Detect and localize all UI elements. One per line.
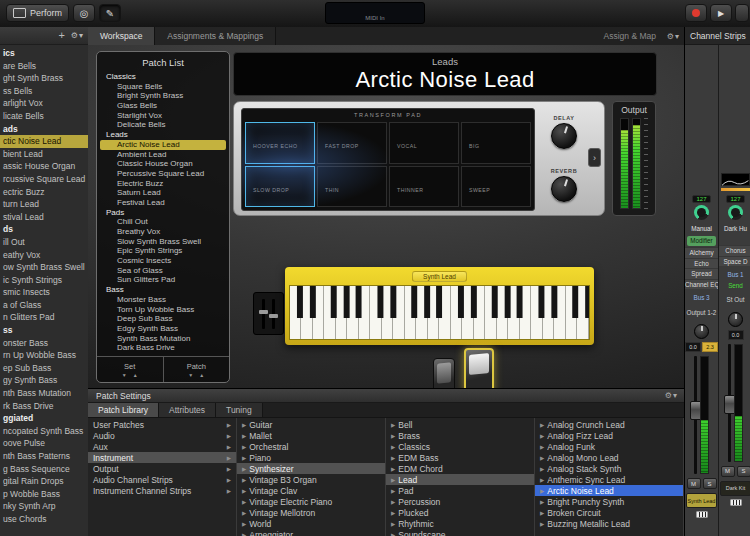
sidebar-patch-item[interactable]: ic Synth Strings — [0, 274, 88, 287]
sidebar-patch-item[interactable]: smic Insects — [0, 286, 88, 299]
tab-assignments-mappings[interactable]: Assignments & Mappings — [155, 27, 276, 45]
strip-row-slot[interactable]: Space D — [719, 256, 750, 267]
record-button[interactable] — [685, 4, 707, 22]
sidebar-patch-item[interactable]: oove Pulse — [0, 437, 88, 450]
library-item[interactable]: Output▶ — [88, 463, 236, 474]
perform-button[interactable]: Perform — [6, 4, 69, 22]
sidebar-patch-item[interactable]: nth Bass Patterns — [0, 450, 88, 463]
sustain-pedal-icon[interactable] — [433, 358, 455, 388]
strip-row-out[interactable]: Output 1-2 — [685, 308, 718, 319]
volume-fader[interactable] — [694, 356, 697, 474]
patch-item[interactable]: Ambient Lead — [100, 150, 226, 160]
transform-pad-cell[interactable]: VOCAL — [389, 122, 459, 164]
strip-row-green[interactable]: Modifier — [687, 236, 715, 247]
solo-button[interactable]: S — [737, 466, 750, 477]
library-item[interactable]: ▶Buzzing Metallic Lead — [535, 518, 683, 529]
sidebar-patch-item[interactable]: use Chords — [0, 513, 88, 526]
library-item[interactable]: Instrument▶ — [88, 452, 236, 463]
sidebar-patch-item[interactable]: are Bells — [0, 60, 88, 73]
library-item[interactable]: Aux▶ — [88, 441, 236, 452]
transform-pad-cell[interactable]: SWEEP — [461, 166, 531, 208]
sidebar-patch-item[interactable]: ss Bells — [0, 85, 88, 98]
sidebar-patch-item[interactable]: gital Rain Drops — [0, 475, 88, 488]
add-patch-button[interactable]: + — [58, 30, 64, 41]
sidebar-patch-item[interactable]: ncopated Synth Bass — [0, 425, 88, 438]
patch-item[interactable]: Torn Up Wobble Bass — [100, 305, 226, 315]
eq-thumbnail[interactable] — [721, 173, 749, 186]
patch-settings-action-menu[interactable]: ⚙▾ — [665, 391, 677, 400]
patch-item[interactable]: Dark Bass Drive — [100, 343, 226, 353]
sidebar-patch-item[interactable]: a of Glass — [0, 299, 88, 312]
assign-map-button[interactable]: Assign & Map — [604, 27, 656, 45]
assign-knob[interactable] — [728, 205, 743, 220]
patch-item[interactable]: Glass Bells — [100, 101, 226, 111]
patch-item[interactable]: Chill Out — [100, 217, 226, 227]
strip-row-bus[interactable]: Bus 1 — [719, 270, 750, 281]
sidebar-patch-item[interactable]: ics — [0, 47, 88, 60]
pan-knob[interactable] — [728, 312, 743, 327]
delay-knob[interactable] — [551, 123, 577, 149]
patch-group[interactable]: Leads — [100, 130, 226, 140]
library-item[interactable]: ▶Analog Fizz Lead — [535, 430, 683, 441]
pitch-slider[interactable] — [262, 299, 265, 329]
keyboard[interactable]: Synth Lead — [285, 267, 594, 345]
library-item[interactable]: ▶Soundscape — [386, 529, 534, 536]
patch-group[interactable]: Classics — [100, 72, 226, 82]
library-item[interactable]: ▶Pad — [386, 485, 534, 496]
mute-button[interactable]: M — [687, 478, 701, 489]
strip-row-slot[interactable]: Channel EQ — [685, 279, 718, 290]
patch-item[interactable]: Saturn Lead — [100, 188, 226, 198]
sidebar-patch-item[interactable]: ggiated — [0, 412, 88, 425]
library-item[interactable]: Instrument Channel Strips▶ — [88, 485, 236, 496]
strip-row-slot[interactable]: Alchemy — [685, 247, 718, 258]
solo-button[interactable]: S — [703, 478, 717, 489]
tab-tuning[interactable]: Tuning — [216, 403, 263, 417]
patch-item[interactable]: Classic House Organ — [100, 159, 226, 169]
sidebar-patch-item[interactable]: nth Bass Mutation — [0, 387, 88, 400]
patch-item[interactable]: Arctic Noise Lead — [100, 140, 226, 150]
sidebar-patch-item[interactable]: rk Bass Drive — [0, 400, 88, 413]
patch-item[interactable]: Breathy Vox — [100, 227, 226, 237]
sidebar-patch-item[interactable]: onster Bass — [0, 337, 88, 350]
library-item[interactable]: Audio▶ — [88, 430, 236, 441]
sidebar-patch-item[interactable]: ds — [0, 223, 88, 236]
tab-attributes[interactable]: Attributes — [159, 403, 216, 417]
strip-row-label[interactable]: Manual — [685, 224, 718, 235]
library-item[interactable]: ▶Analog Stack Synth — [535, 463, 683, 474]
library-item[interactable]: ▶EDM Bass — [386, 452, 534, 463]
library-item[interactable]: ▶World — [237, 518, 385, 529]
expand-chevron-button[interactable]: › — [588, 148, 601, 167]
patch-group[interactable]: Bass — [100, 285, 226, 295]
library-item[interactable]: ▶Analog Crunch Lead — [535, 419, 683, 430]
library-item[interactable]: ▶Analog Funk — [535, 441, 683, 452]
transform-pad-cell[interactable]: HOOVER ECHO — [245, 122, 315, 164]
strip-row-slot[interactable]: Chorus — [719, 245, 750, 256]
patch-item[interactable]: Percussive Square Lead — [100, 169, 226, 179]
sidebar-patch-item[interactable]: ss — [0, 324, 88, 337]
sidebar-patch-item[interactable]: ads — [0, 123, 88, 136]
sidebar-patch-item[interactable]: ill Out — [0, 236, 88, 249]
mute-button[interactable]: M — [721, 466, 735, 477]
assign-knob[interactable] — [694, 205, 709, 220]
patch-item[interactable]: Epic Synth Strings — [100, 246, 226, 256]
mod-slider[interactable] — [272, 299, 275, 329]
transform-pad-cell[interactable]: BIG — [461, 122, 531, 164]
patch-item[interactable]: Electric Buzz — [100, 179, 226, 189]
library-item[interactable]: ▶Anthemic Sync Lead — [535, 474, 683, 485]
patch-up-button[interactable]: ▲ — [199, 372, 204, 378]
library-item[interactable]: ▶Piano — [237, 452, 385, 463]
sidebar-patch-item[interactable]: ctic Noise Lead — [0, 135, 88, 148]
library-item[interactable]: ▶EDM Chord — [386, 463, 534, 474]
sidebar-patch-item[interactable]: arlight Vox — [0, 97, 88, 110]
piano-keys[interactable] — [289, 285, 590, 340]
sidebar-patch-item[interactable]: stival Lead — [0, 211, 88, 224]
sidebar-patch-item[interactable]: eathy Vox — [0, 249, 88, 262]
strip-row-out[interactable]: St Out — [719, 295, 750, 306]
library-item[interactable]: ▶Bell — [386, 419, 534, 430]
patch-item[interactable]: Edgy Synth Bass — [100, 324, 226, 334]
transform-pad-cell[interactable]: FAST DROP — [317, 122, 387, 164]
strip-row-bus[interactable]: Bus 3 — [685, 293, 718, 304]
sidebar-patch-item[interactable]: turn Lead — [0, 198, 88, 211]
strip-row-spacer[interactable] — [719, 235, 750, 246]
patch-item[interactable]: Cosmic Insects — [100, 256, 226, 266]
